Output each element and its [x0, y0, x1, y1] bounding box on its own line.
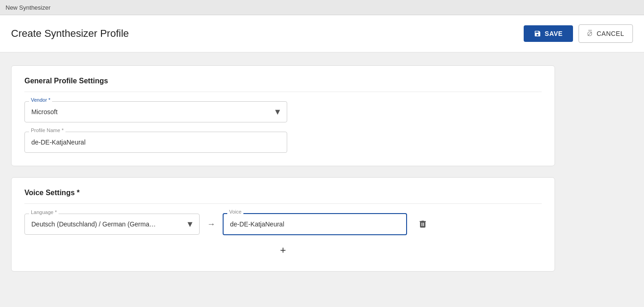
vendor-field-group: Vendor * Microsoft ▼: [24, 101, 542, 122]
delete-voice-button[interactable]: [414, 216, 431, 232]
general-settings-title: General Profile Settings: [24, 77, 542, 92]
save-button[interactable]: SAVE: [524, 25, 573, 42]
language-field-group: Language * Deutsch (Deutschland) / Germa…: [24, 214, 200, 235]
voice-settings-title: Voice Settings *: [24, 189, 542, 204]
profile-name-field-group: Profile Name *: [24, 132, 542, 153]
add-voice-button[interactable]: +: [275, 243, 292, 258]
voice-input[interactable]: [223, 213, 407, 235]
vendor-label: Vendor *: [29, 97, 52, 103]
page-header: Create Synthesizer Profile SAVE ⦱ CANCEL: [0, 15, 644, 52]
language-label: Language *: [29, 209, 59, 215]
voice-field-group: Voice: [223, 213, 407, 235]
header-actions: SAVE ⦱ CANCEL: [524, 24, 633, 43]
arrow-icon: →: [207, 220, 215, 229]
page-title: Create Synthesizer Profile: [11, 28, 129, 40]
profile-name-input[interactable]: [24, 132, 287, 153]
vendor-select-wrapper: Microsoft ▼: [24, 101, 287, 122]
language-select[interactable]: Deutsch (Deutschland) / German (Germa…: [24, 214, 200, 235]
cancel-icon: ⦱: [587, 29, 593, 38]
trash-icon: [418, 220, 427, 229]
voice-settings-card: Voice Settings * Language * Deutsch (Deu…: [11, 177, 555, 272]
add-voice-row: +: [24, 243, 542, 258]
breadcrumb-bar: New Synthesizer: [0, 0, 644, 15]
cancel-button-label: CANCEL: [597, 30, 624, 37]
main-content: General Profile Settings Vendor * Micros…: [0, 52, 644, 284]
voice-row: Language * Deutsch (Deutschland) / Germa…: [24, 213, 542, 235]
save-icon: [534, 30, 541, 37]
save-button-label: SAVE: [545, 30, 563, 37]
voice-label: Voice: [227, 209, 243, 214]
general-settings-card: General Profile Settings Vendor * Micros…: [11, 65, 555, 166]
breadcrumb-text: New Synthesizer: [6, 4, 51, 11]
vendor-select[interactable]: Microsoft: [24, 101, 287, 122]
cancel-button[interactable]: ⦱ CANCEL: [579, 24, 633, 43]
profile-name-label: Profile Name *: [29, 127, 65, 133]
